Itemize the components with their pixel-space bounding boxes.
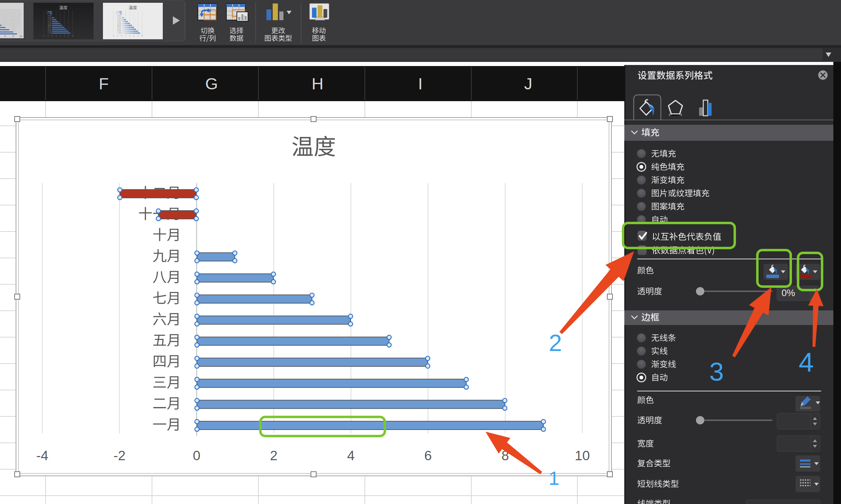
svg-text:2: 2 — [549, 330, 562, 356]
svg-text:3: 3 — [709, 357, 724, 386]
svg-text:4: 4 — [799, 347, 814, 377]
svg-text:1: 1 — [548, 467, 559, 489]
